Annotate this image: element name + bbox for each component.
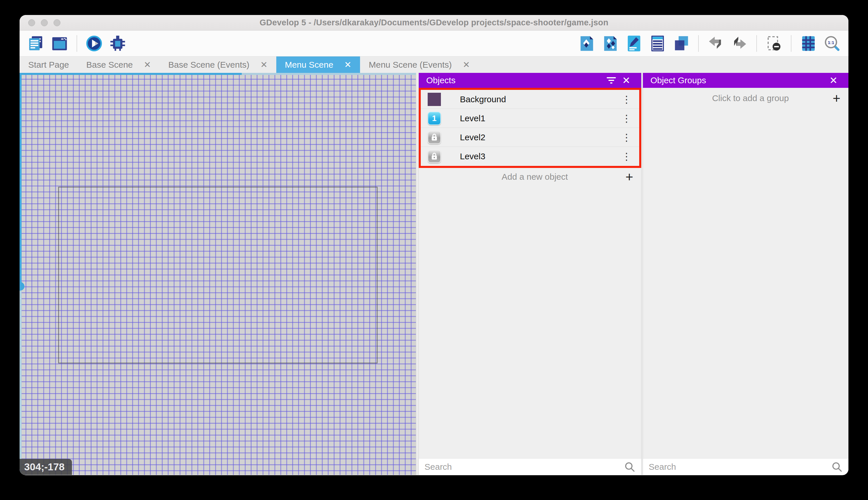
objects-panel-header: Objects ✕ bbox=[419, 73, 641, 88]
object-row-background[interactable]: Background ⋮ bbox=[421, 90, 639, 109]
grid-icon[interactable] bbox=[799, 35, 817, 53]
object-groups-panel-header: Object Groups ✕ bbox=[643, 73, 848, 88]
horizontal-scrollbar-track[interactable] bbox=[242, 73, 416, 75]
close-tab-icon[interactable]: ✕ bbox=[144, 60, 151, 70]
object-groups-panel: Object Groups ✕ Click to add a group + bbox=[643, 73, 848, 475]
editor-content: 304;-178 Objects ✕ Background ⋮ bbox=[20, 73, 848, 475]
redo-icon[interactable] bbox=[730, 35, 748, 53]
gdevelop-window: GDevelop 5 - /Users/dkarakay/Documents/G… bbox=[20, 15, 848, 475]
object-name: Level1 bbox=[460, 113, 621, 123]
toolbar-separator bbox=[698, 35, 699, 52]
title-bar: GDevelop 5 - /Users/dkarakay/Documents/G… bbox=[20, 15, 848, 31]
play-icon[interactable] bbox=[85, 35, 103, 53]
instances-list-icon[interactable] bbox=[649, 35, 667, 53]
cursor-coordinates-badge: 304;-178 bbox=[20, 459, 72, 475]
search-icon bbox=[831, 461, 843, 473]
toolbar-left bbox=[27, 35, 127, 53]
window-mask-icon[interactable] bbox=[765, 35, 783, 53]
tab-menu-scene-events[interactable]: Menu Scene (Events) ✕ bbox=[360, 56, 479, 73]
vertical-scrollbar-track[interactable] bbox=[20, 291, 22, 475]
objects-search-bar bbox=[419, 458, 641, 475]
toolbar-separator bbox=[756, 35, 757, 52]
window-title: GDevelop 5 - /Users/dkarakay/Documents/G… bbox=[260, 18, 608, 27]
plus-icon: + bbox=[625, 170, 633, 183]
search-icon bbox=[624, 461, 635, 473]
traffic-lights bbox=[28, 19, 60, 26]
tab-label: Start Page bbox=[28, 60, 69, 70]
groups-search-bar bbox=[643, 458, 848, 475]
tab-label: Base Scene bbox=[86, 60, 133, 70]
object-menu-icon[interactable]: ⋮ bbox=[621, 132, 632, 143]
groups-search-input[interactable] bbox=[649, 462, 831, 472]
scene-canvas[interactable]: 304;-178 bbox=[20, 73, 416, 475]
scene-window-icon[interactable] bbox=[51, 35, 69, 53]
object-groups-icon[interactable] bbox=[601, 35, 619, 53]
add-group-label: Click to add a group bbox=[651, 93, 833, 103]
svg-text:1:1: 1:1 bbox=[828, 40, 834, 45]
object-row-level3[interactable]: Level3 ⋮ bbox=[421, 147, 639, 166]
toolbar-separator bbox=[77, 35, 77, 52]
debug-icon[interactable] bbox=[109, 35, 127, 53]
properties-icon[interactable] bbox=[625, 35, 643, 53]
close-tab-icon[interactable]: ✕ bbox=[344, 60, 351, 70]
game-window-outline bbox=[58, 186, 378, 363]
plus-icon: + bbox=[833, 92, 840, 105]
level1-number-button-icon: 1 bbox=[428, 112, 441, 125]
tab-base-scene[interactable]: Base Scene ✕ bbox=[78, 56, 160, 73]
toolbar-separator bbox=[791, 35, 791, 52]
close-window-button[interactable] bbox=[28, 19, 35, 26]
toolbar-right: 1:1 bbox=[578, 35, 841, 53]
undo-icon[interactable] bbox=[707, 35, 725, 53]
locked-button-icon bbox=[428, 150, 441, 163]
object-groups-panel-title: Object Groups bbox=[650, 76, 826, 85]
close-tab-icon[interactable]: ✕ bbox=[260, 60, 268, 70]
vertical-scrollbar-thumb[interactable] bbox=[20, 73, 22, 286]
close-tab-icon[interactable]: ✕ bbox=[463, 60, 470, 70]
object-row-level2[interactable]: Level2 ⋮ bbox=[421, 128, 639, 147]
tab-bar: Start Page Base Scene ✕ Base Scene (Even… bbox=[20, 56, 848, 73]
add-new-object-button[interactable]: Add a new object + bbox=[419, 168, 641, 186]
toolbar: 1:1 bbox=[20, 31, 848, 56]
objects-panel-body bbox=[419, 186, 641, 458]
object-menu-icon[interactable]: ⋮ bbox=[621, 113, 632, 124]
objects-panel: Objects ✕ Background ⋮ 1 L bbox=[419, 73, 641, 475]
add-group-button[interactable]: Click to add a group + bbox=[643, 88, 848, 109]
horizontal-scrollbar-thumb[interactable] bbox=[20, 73, 242, 75]
objects-editor-icon[interactable] bbox=[578, 35, 596, 53]
locked-button-icon bbox=[428, 131, 441, 144]
add-new-object-label: Add a new object bbox=[427, 172, 625, 182]
minimize-window-button[interactable] bbox=[41, 19, 48, 26]
panel-divider[interactable] bbox=[416, 73, 419, 475]
object-name: Background bbox=[460, 94, 621, 104]
tab-base-scene-events[interactable]: Base Scene (Events) ✕ bbox=[160, 56, 276, 73]
object-name: Level3 bbox=[460, 151, 621, 161]
objects-panel-title: Objects bbox=[426, 76, 604, 85]
close-panel-icon[interactable]: ✕ bbox=[619, 73, 634, 88]
object-row-level1[interactable]: 1 Level1 ⋮ bbox=[421, 109, 639, 128]
filter-icon[interactable] bbox=[604, 73, 619, 88]
background-thumbnail bbox=[428, 93, 441, 106]
tab-start-page[interactable]: Start Page bbox=[20, 56, 78, 73]
vertical-scrollbar-handle[interactable] bbox=[20, 282, 24, 291]
tab-menu-scene[interactable]: Menu Scene ✕ bbox=[276, 56, 360, 73]
zoom-1-1-icon[interactable]: 1:1 bbox=[823, 35, 841, 53]
object-menu-icon[interactable]: ⋮ bbox=[621, 94, 632, 105]
tab-label: Menu Scene bbox=[285, 60, 333, 70]
object-menu-icon[interactable]: ⋮ bbox=[621, 151, 632, 162]
object-groups-panel-body bbox=[643, 109, 848, 458]
project-manager-icon[interactable] bbox=[27, 35, 45, 53]
objects-search-input[interactable] bbox=[424, 462, 624, 472]
object-name: Level2 bbox=[460, 133, 621, 142]
close-panel-icon[interactable]: ✕ bbox=[826, 73, 841, 88]
tab-label: Menu Scene (Events) bbox=[369, 60, 451, 70]
objects-list-highlight: Background ⋮ 1 Level1 ⋮ Lev bbox=[419, 88, 641, 168]
maximize-window-button[interactable] bbox=[54, 19, 60, 26]
tab-label: Base Scene (Events) bbox=[168, 60, 249, 70]
layers-icon[interactable] bbox=[672, 35, 690, 53]
